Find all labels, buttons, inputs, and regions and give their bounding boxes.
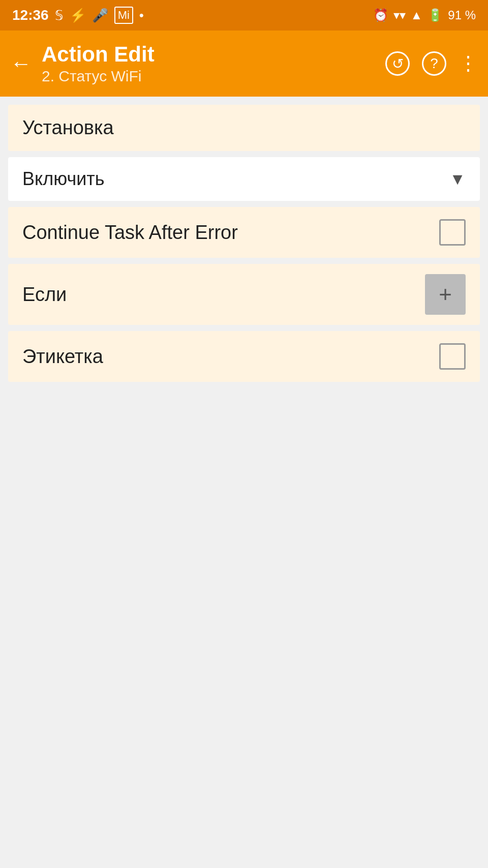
back-icon: ←: [10, 51, 32, 76]
continue-task-label: Continue Task After Error: [22, 222, 238, 244]
etiketka-checkbox[interactable]: [439, 343, 466, 370]
more-button[interactable]: ⋮: [459, 52, 478, 75]
if-row: Если +: [8, 264, 480, 325]
plus-icon: +: [439, 283, 452, 306]
add-if-button[interactable]: +: [425, 274, 466, 315]
battery-icon: 🔋: [428, 8, 443, 22]
content: Установка Включить ▼ Continue Task After…: [0, 97, 488, 868]
app-bar-title-block: Action Edit 2. Статус WiFi: [42, 42, 385, 85]
refresh-icon: ↺: [392, 55, 404, 72]
signal-icon: ▲: [411, 8, 423, 22]
section-ustanovka-label: Установка: [22, 117, 114, 138]
app-bar-title: Action Edit: [42, 42, 385, 67]
alarm-icon: ⏰: [373, 8, 388, 22]
if-label: Если: [22, 284, 67, 306]
dropdown-value: Включить: [22, 168, 105, 190]
continue-task-checkbox[interactable]: [439, 219, 466, 246]
continue-task-row: Continue Task After Error: [8, 207, 480, 258]
etiketka-label: Этикетка: [22, 346, 103, 368]
battery-percent: 91 %: [448, 8, 476, 22]
etiketka-row: Этикетка: [8, 331, 480, 382]
back-button[interactable]: ←: [10, 51, 32, 76]
app-bar-actions: ↺ ? ⋮: [385, 51, 478, 76]
help-icon: ?: [430, 55, 438, 72]
status-time: 12:36: [12, 7, 49, 23]
app-bar: ← Action Edit 2. Статус WiFi ↺ ? ⋮: [0, 31, 488, 97]
refresh-button[interactable]: ↺: [385, 51, 410, 76]
dropdown-row[interactable]: Включить ▼: [8, 157, 480, 201]
mic-icon: 🎤: [92, 8, 108, 23]
help-button[interactable]: ?: [422, 51, 446, 76]
dot-icon: •: [139, 8, 144, 23]
more-icon: ⋮: [459, 52, 478, 75]
skype-icon: 𝕊: [55, 8, 64, 23]
xiaomi-icon: Mi: [114, 7, 133, 24]
wifi-icon: ▾▾: [393, 8, 406, 22]
flash-icon: ⚡: [70, 8, 86, 23]
chevron-down-icon: ▼: [449, 170, 466, 189]
status-bar-right: ⏰ ▾▾ ▲ 🔋 91 %: [373, 8, 476, 22]
status-bar: 12:36 𝕊 ⚡ 🎤 Mi • ⏰ ▾▾ ▲ 🔋 91 %: [0, 0, 488, 31]
status-bar-left: 12:36 𝕊 ⚡ 🎤 Mi •: [12, 7, 144, 24]
section-ustanovka: Установка: [8, 105, 480, 151]
app-bar-subtitle: 2. Статус WiFi: [42, 68, 385, 85]
